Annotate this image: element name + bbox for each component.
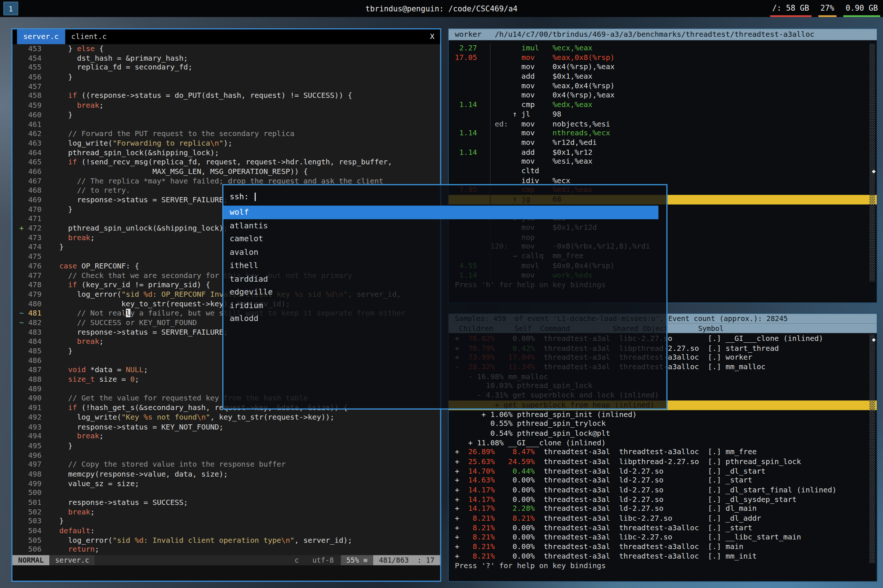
code-line: 499 value_sz = size; [12,479,440,489]
asm-row[interactable]: cltd [449,166,877,176]
popup-item-tarddiad[interactable]: tarddiad [223,272,666,285]
ssh-launcher-popup[interactable]: ssh: wolfatlantiscamelotavalonithelltard… [222,184,668,410]
report-row[interactable]: + 1.06% pthread_spin_init (inlined) [449,410,877,420]
code-line: 457 [12,82,440,92]
status-block: 27% [818,0,836,17]
status-block: /: 58 GB [770,0,812,17]
code-line: 493 response->status = KEY_NOT_FOUND; [12,422,440,432]
text-cursor-icon [254,192,256,201]
code-line: 458 if ((response->status = do_PUT(dst_h… [12,92,440,101]
code-line: 492 log_write("Key %s not found\n", key_… [12,413,440,423]
statusline-position: 481/863 : 17 [373,555,440,566]
code-line: 465 if (!send_recv_msg(replica_fd, reque… [12,158,440,167]
report-row[interactable]: + 14.17% 0.00% threadtest-a3al ld-2.27.s… [449,485,877,495]
editor-tab-server.c[interactable]: server.c [17,29,65,44]
report-row[interactable]: + 8.21% 0.00% threadtest-a3al threadtest… [449,552,877,561]
code-line: 506 return; [12,545,440,555]
report-footer: Press '?' for help on key bindings [455,561,606,570]
report-row[interactable]: 0.55% pthread_spin_trylock [449,419,877,429]
code-line: 459 break; [12,101,440,110]
code-line: 501 response->status = SUCCESS; [12,498,440,507]
popup-item-wolf[interactable]: wolf [223,206,659,219]
report-row[interactable]: + 11.08% __GI___clone (inlined) [449,438,877,448]
annotate-path: /h/u14/c7/00/tbrindus/469-a3/a3/benchmar… [495,30,814,39]
annotate-symbol: worker [455,30,481,39]
code-line: 504 default: [12,526,440,536]
asm-row[interactable]: 2.27 imul %ecx,%eax [449,44,877,53]
asm-row[interactable]: mov %r12d,%edi [449,138,877,148]
report-row[interactable]: + 8.21% 0.00% threadtest-a3al libc-2.27.… [449,533,877,542]
report-row[interactable]: + 26.89% 8.47% threadtest-a3al threadtes… [449,447,877,457]
report-row[interactable]: + 8.21% 0.00% threadtest-a3al threadtest… [449,523,877,533]
code-line: 500 [12,488,440,498]
asm-row[interactable]: 17.05 mov %eax,0x8(%rsp) [449,53,877,63]
popup-list: wolfatlantiscamelotavalonithelltarddiade… [223,206,666,326]
asm-row[interactable]: 1.14 add $0x1,%r12 [449,147,877,157]
statusline-filetype: c [288,555,306,566]
code-line: 463 log_write("Forwarding to replica\n")… [12,139,440,148]
statusline-percent: 55% ≡ [340,555,373,566]
tab-list: server.cclient.c [17,29,113,44]
report-row[interactable]: 0.54% pthread_spin_lock@plt [449,429,877,438]
code-line: 505 log_error("sid %d: Invalid client op… [12,536,440,545]
report-row[interactable]: + 8.21% 8.21% threadtest-a3al libc-2.27.… [449,514,877,523]
code-line: 466 MAX_MSG_LEN, MSG_OPERATION_RESP)) { [12,167,440,177]
scrollbar[interactable] [869,44,875,282]
code-line: 462 // Forward the PUT request to the se… [12,129,440,139]
statusline: NORMAL server.c c utf-8 55% ≡ 481/863 : … [12,555,440,566]
code-line: 497 // Copy the stored value into the re… [12,460,440,470]
statusline-encoding: utf-8 [305,555,340,566]
code-line: 464 pthread_spin_lock(&shipping_lock); [12,148,440,158]
editor-tab-client.c[interactable]: client.c [65,29,113,44]
scroll-marker-icon: ◆ [872,336,875,343]
asm-row[interactable]: ed: mov nobjects,%esi [449,119,877,129]
code-line: 503 } [12,517,440,526]
asm-row[interactable]: ↑ jl 98 [449,110,877,120]
report-row[interactable]: + 14.63% 0.00% threadtest-a3al ld-2.27.s… [449,476,877,485]
code-line: 461 [12,120,440,129]
code-line: 454 dst_hash = &primary_hash; [12,54,440,63]
mode-indicator: NORMAL [12,555,49,566]
popup-item-iridium[interactable]: iridium [223,299,666,312]
asm-row[interactable]: 1.14 mov nthreads,%ecx [449,129,877,138]
popup-item-edgeville[interactable]: edgeville [223,285,666,298]
popup-item-amlodd[interactable]: amlodd [223,312,666,326]
asm-row[interactable]: mov 0x4(%rsp),%eax [449,91,877,100]
prompt-label: ssh: [230,192,249,201]
asm-row[interactable]: mov 0x4(%rsp),%eax [449,63,877,72]
desktop: 1 tbrindus@penguin: /code/CSC469/a4 /: 5… [0,0,883,588]
code-line: 496 [12,451,440,460]
asm-row[interactable]: 1.14 cmp %edx,%eax [449,100,877,110]
close-icon[interactable]: X [430,29,434,44]
workspace-button[interactable]: 1 [3,2,18,15]
status-block: 0.90 GB [843,0,880,17]
code-line: 494 break; [12,432,440,441]
report-row[interactable]: + 25.63% 24.59% threadtest-a3al libpthre… [449,457,877,466]
popup-item-camelot[interactable]: camelot [223,232,666,246]
popup-item-avalon[interactable]: avalon [223,246,666,259]
editor-tabline: server.cclient.c X [12,29,440,44]
report-row[interactable]: + 14.17% 2.28% threadtest-a3al ld-2.27.s… [449,504,877,514]
code-line: 456 } [12,72,440,82]
code-line: 453 } else { [12,44,440,54]
asm-row[interactable]: mov %esi,%eax [449,157,877,166]
bar-title: tbrindus@penguin: /code/CSC469/a4 [366,4,517,13]
command-line [12,565,440,580]
code-line: 498 memcpy(response->value, data, size); [12,470,440,479]
popup-item-atlantis[interactable]: atlantis [223,219,666,232]
popup-item-ithell[interactable]: ithell [223,259,666,272]
report-row[interactable]: + 8.21% 0.00% threadtest-a3al threadtest… [449,542,877,552]
statusline-filler [95,555,288,566]
bar-status: /: 58 GB27%0.90 GB [770,0,880,17]
code-line: 460 } [12,110,440,120]
code-line: 495 } [12,441,440,451]
scrollbar[interactable] [869,334,875,563]
code-line: 455 replica_fd = secondary_fd; [12,63,440,73]
asm-row[interactable]: add $0x1,%eax [449,72,877,82]
report-row[interactable]: + 14.17% 0.00% threadtest-a3al ld-2.27.s… [449,495,877,504]
top-bar: 1 tbrindus@penguin: /code/CSC469/a4 /: 5… [0,0,883,17]
report-row[interactable]: + 14.70% 0.44% threadtest-a3al ld-2.27.s… [449,466,877,476]
asm-row[interactable]: mov %eax,0x4(%rsp) [449,81,877,91]
ssh-prompt-input[interactable]: ssh: [223,185,666,204]
scroll-marker-icon: ◆ [872,168,875,175]
